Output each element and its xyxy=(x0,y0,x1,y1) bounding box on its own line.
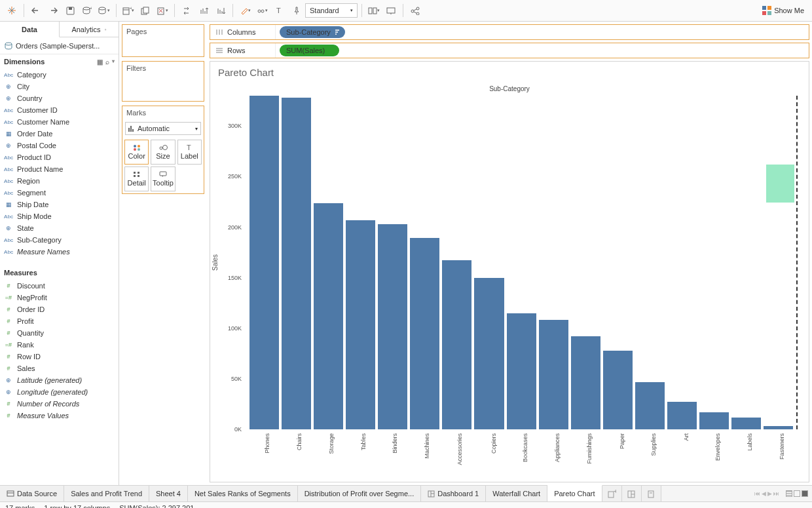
highlight-icon[interactable]: ▾ xyxy=(237,3,253,18)
pin-icon[interactable] xyxy=(288,3,304,18)
marks-color-button[interactable]: Color xyxy=(124,140,149,165)
field-region[interactable]: AbcRegion xyxy=(0,175,119,187)
columns-pill-subcategory[interactable]: Sub-Category xyxy=(280,26,345,38)
clear-icon[interactable]: ▾ xyxy=(155,3,170,18)
undo-icon[interactable] xyxy=(28,3,44,18)
field-quantity[interactable]: #Quantity xyxy=(0,327,119,339)
columns-shelf[interactable]: Columns Sub-Category xyxy=(210,24,809,40)
bar-storage[interactable] xyxy=(314,203,343,430)
field-sales[interactable]: #Sales xyxy=(0,362,119,374)
field-ship-mode[interactable]: AbcShip Mode xyxy=(0,210,119,222)
show-cards-icon[interactable]: ▾ xyxy=(366,3,382,18)
pause-updates-icon[interactable]: ▾ xyxy=(96,3,112,18)
fit-dropdown[interactable]: Standard▾ xyxy=(305,3,358,18)
field-order-date[interactable]: ▦Order Date xyxy=(0,128,119,140)
field-ship-date[interactable]: ▦Ship Date xyxy=(0,199,119,210)
field-measure-values[interactable]: #Measure Values xyxy=(0,410,119,421)
nav-next-icon[interactable]: ▶ xyxy=(767,490,772,497)
rows-shelf[interactable]: Rows SUM(Sales) xyxy=(210,43,809,58)
field-customer-name[interactable]: AbcCustomer Name xyxy=(0,116,119,128)
field-longitude-generated-[interactable]: ⊕Longitude (generated) xyxy=(0,386,119,398)
field-latitude-generated-[interactable]: ⊕Latitude (generated) xyxy=(0,374,119,386)
bar-supplies[interactable] xyxy=(635,382,665,429)
marks-size-button[interactable]: Size xyxy=(151,140,175,165)
sort-asc-icon[interactable] xyxy=(196,3,212,18)
bar-art[interactable] xyxy=(667,402,697,429)
field-state[interactable]: ⊕State xyxy=(0,222,119,234)
sheet-tab-waterfall-chart[interactable]: Waterfall Chart xyxy=(486,486,547,501)
bar-binders[interactable] xyxy=(378,224,407,429)
field-profit[interactable]: #Profit xyxy=(0,315,119,327)
presentation-icon[interactable] xyxy=(383,3,399,18)
new-worksheet-icon[interactable]: +▾ xyxy=(120,3,136,18)
bar-labels[interactable] xyxy=(731,418,761,430)
pages-shelf[interactable]: Pages xyxy=(122,24,204,57)
show-me-button[interactable]: Show Me xyxy=(758,3,808,18)
marks-label-button[interactable]: TLabel xyxy=(177,140,202,165)
redo-icon[interactable] xyxy=(45,3,61,18)
nav-last-icon[interactable]: ⏭ xyxy=(773,490,779,497)
filters-shelf[interactable]: Filters xyxy=(122,61,204,102)
new-story-tab-icon[interactable] xyxy=(642,486,661,501)
reference-line[interactable] xyxy=(796,96,798,429)
tab-data[interactable]: Data xyxy=(0,22,60,37)
share-icon[interactable] xyxy=(407,3,423,18)
field-city[interactable]: ⊕City xyxy=(0,81,119,92)
duplicate-icon[interactable] xyxy=(138,3,153,18)
sheet-title[interactable]: Pareto Chart xyxy=(218,67,274,78)
bar-envelopes[interactable] xyxy=(699,412,729,429)
bar-phones[interactable] xyxy=(249,96,279,429)
tab-data-source[interactable]: Data Source xyxy=(0,486,64,501)
marks-tooltip-button[interactable]: Tooltip xyxy=(151,166,175,191)
new-dashboard-tab-icon[interactable] xyxy=(622,486,642,501)
sort-desc-icon[interactable] xyxy=(213,3,229,18)
field-rank[interactable]: =#Rank xyxy=(0,339,119,351)
labels-icon[interactable]: T xyxy=(271,3,287,18)
field-product-id[interactable]: AbcProduct ID xyxy=(0,151,119,163)
field-number-of-records[interactable]: #Number of Records xyxy=(0,398,119,410)
view-mode-1-icon[interactable] xyxy=(786,490,792,497)
chart-view[interactable]: Pareto Chart Sub-Category Sales 0K50K100… xyxy=(210,61,809,482)
field-measure-names[interactable]: AbcMeasure Names xyxy=(0,246,119,258)
new-worksheet-tab-icon[interactable]: + xyxy=(602,486,622,501)
field-segment[interactable]: AbcSegment xyxy=(0,187,119,199)
field-country[interactable]: ⊕Country xyxy=(0,92,119,104)
field-discount[interactable]: #Discount xyxy=(0,280,119,292)
bar-furnishings[interactable] xyxy=(571,336,600,429)
tab-analytics[interactable]: Analytics◦ xyxy=(60,22,119,37)
group-icon[interactable]: ▾ xyxy=(254,3,270,18)
nav-prev-icon[interactable]: ◀ xyxy=(762,490,766,497)
field-customer-id[interactable]: AbcCustomer ID xyxy=(0,104,119,116)
bar-machines[interactable] xyxy=(410,238,439,429)
sheet-tab-sheet-4[interactable]: Sheet 4 xyxy=(149,486,188,501)
rows-pill-sumsales[interactable]: SUM(Sales) xyxy=(280,45,339,56)
field-negprofit[interactable]: =#NegProfit xyxy=(0,292,119,303)
search-fields-icon[interactable]: ⌕ xyxy=(105,58,109,66)
save-icon[interactable] xyxy=(62,3,78,18)
view-as-icon[interactable]: ▦ xyxy=(97,58,103,66)
field-product-name[interactable]: AbcProduct Name xyxy=(0,163,119,175)
sheet-tab-pareto-chart[interactable]: Pareto Chart xyxy=(547,485,602,501)
bar-bookcases[interactable] xyxy=(507,313,536,429)
tableau-logo-icon[interactable] xyxy=(4,3,20,18)
bar-tables[interactable] xyxy=(346,220,375,429)
bar-fasteners[interactable] xyxy=(764,426,793,429)
new-datasource-icon[interactable]: + xyxy=(79,3,95,18)
sheet-tab-distribution-of-profit-over-segme-[interactable]: Distribution of Profit over Segme... xyxy=(298,486,422,501)
field-row-id[interactable]: #Row ID xyxy=(0,351,119,362)
bar-paper[interactable] xyxy=(603,351,633,429)
bar-appliances[interactable] xyxy=(539,320,568,429)
bar-accessories[interactable] xyxy=(442,260,471,429)
nav-first-icon[interactable]: ⏮ xyxy=(754,490,760,497)
sheet-tab-net-sales-ranks-of-segments[interactable]: Net Sales Ranks of Segments xyxy=(188,486,298,501)
field-category[interactable]: AbcCategory xyxy=(0,69,119,81)
reference-band[interactable] xyxy=(766,165,794,203)
bar-copiers[interactable] xyxy=(474,278,504,429)
view-mode-2-icon[interactable] xyxy=(794,490,800,497)
sheet-tab-sales-and-profit-trend[interactable]: Sales and Profit Trend xyxy=(64,486,149,501)
datasource-row[interactable]: Orders (Sample-Superst... xyxy=(0,37,119,54)
sheet-tab-dashboard-1[interactable]: Dashboard 1 xyxy=(421,486,486,501)
marks-detail-button[interactable]: Detail xyxy=(124,166,149,191)
view-mode-3-icon[interactable] xyxy=(802,490,808,497)
field-order-id[interactable]: #Order ID xyxy=(0,303,119,315)
